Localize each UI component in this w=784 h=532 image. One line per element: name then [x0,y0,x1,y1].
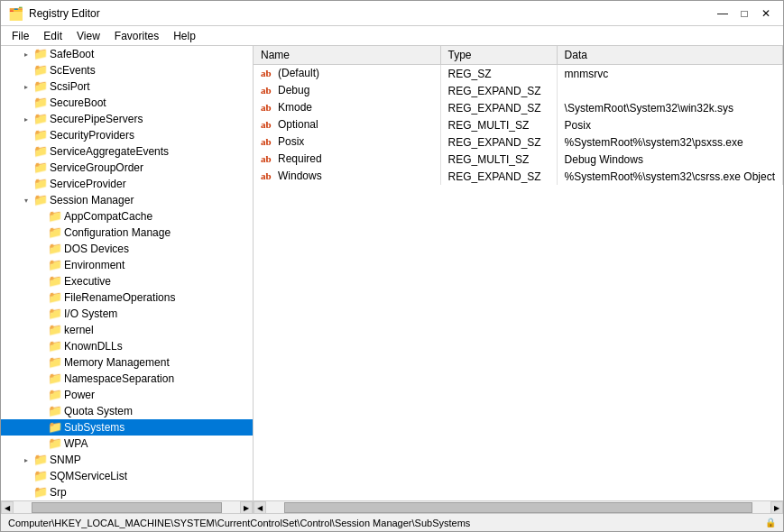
table-row[interactable]: abPosix REG_EXPAND_SZ %SystemRoot%\syste… [254,133,783,151]
tree-label: ServiceAggregateEvents [50,145,169,158]
tree-label: Session Manager [50,194,134,206]
tree-item-ServiceAggregateEvents[interactable]: 📁ServiceAggregateEvents [1,143,253,160]
expand-placeholder [33,307,48,321]
table-row[interactable]: abOptional REG_MULTI_SZ Posix [254,116,783,133]
folder-icon: 📁 [33,178,48,190]
expand-placeholder [33,436,48,451]
tree-label: AppCompatCache [64,210,152,223]
reg-value-icon: ab [261,119,275,132]
tree-hscroll[interactable]: ◀ ▶ [1,501,254,513]
tree-item-SQMServiceList[interactable]: 📁SQMServiceList [1,468,253,484]
tree-label: SafeBoot [50,48,94,60]
cell-data: %SystemRoot%\system32\psxss.exe [557,133,782,151]
hscroll-left-btn[interactable]: ◀ [1,501,14,514]
folder-icon: 📁 [33,470,48,482]
tree-item-QuotaSystem[interactable]: 📁Quota System [1,403,253,419]
tree-panel[interactable]: ▸📁SafeBoot 📁ScEvents▸📁ScsiPort 📁SecureBo… [1,46,254,500]
expand-placeholder [19,96,33,110]
cell-data [557,82,782,99]
tree-item-MemoryManagement[interactable]: 📁Memory Management [1,354,253,371]
detail-panel[interactable]: Name Type Data ab(Default) REG_SZ mnmsrv… [254,46,783,500]
tree-item-Power[interactable]: 📁Power [1,387,253,403]
table-row[interactable]: abKmode REG_EXPAND_SZ \SystemRoot\System… [254,99,783,116]
folder-icon: 📁 [48,437,62,450]
expand-icon[interactable]: ▸ [19,453,33,467]
tree-item-ServiceGroupOrder[interactable]: 📁ServiceGroupOrder [1,160,253,176]
table-row[interactable]: abRequired REG_MULTI_SZ Debug Windows [254,151,783,168]
col-data[interactable]: Data [557,46,782,65]
tree-item-WPA[interactable]: 📁WPA [1,436,253,452]
tree-item-Environment[interactable]: 📁Environment [1,257,253,273]
table-row[interactable]: abDebug REG_EXPAND_SZ [254,82,783,99]
tree-item-NamespaceSeparation[interactable]: 📁NamespaceSeparation [1,371,253,387]
tree-item-SecureBoot[interactable]: 📁SecureBoot [1,95,253,111]
tree-item-SafeBoot[interactable]: ▸📁SafeBoot [1,46,253,62]
minimize-button[interactable]: — [713,5,733,22]
tree-item-SecurePipeServers[interactable]: ▸📁SecurePipeServers [1,111,253,127]
tree-label: NamespaceSeparation [64,372,174,385]
maximize-button[interactable]: □ [734,5,754,22]
expand-placeholder [33,371,48,386]
tree-item-SessionManager[interactable]: ▾📁Session Manager [1,192,253,208]
cell-type: REG_EXPAND_SZ [440,133,557,151]
menu-file[interactable]: File [5,28,36,44]
tree-item-ScEvents[interactable]: 📁ScEvents [1,62,253,78]
tree-item-kernel[interactable]: 📁kernel [1,322,253,338]
detail-hscroll[interactable]: ◀ ▶ [254,501,783,513]
tree-item-SNMP[interactable]: ▸📁SNMP [1,452,253,468]
table-row[interactable]: abWindows REG_EXPAND_SZ %SystemRoot%\sys… [254,168,783,185]
menu-edit[interactable]: Edit [36,28,69,44]
col-type[interactable]: Type [440,46,557,65]
detail-hscroll-left-btn[interactable]: ◀ [254,501,266,514]
detail-hscroll-right-btn[interactable]: ▶ [770,501,783,514]
tree-item-FileRenameOperations[interactable]: 📁FileRenameOperations [1,289,253,306]
tree-label: KnownDLLs [64,340,123,353]
folder-icon: 📁 [48,226,62,239]
tree-item-Executive[interactable]: 📁Executive [1,273,253,289]
expand-placeholder [33,242,48,256]
tree-label: I/O System [64,307,117,320]
tree-item-SubSystems[interactable]: 📁SubSystems [1,419,253,436]
app-icon: 🗂️ [8,6,23,21]
folder-icon: 📁 [48,421,62,434]
tree-item-DOSDevices[interactable]: 📁DOS Devices [1,241,253,257]
expand-placeholder [33,258,48,272]
tree-item-ServiceProvider[interactable]: 📁ServiceProvider [1,176,253,192]
tree-label: Configuration Manage [64,226,171,239]
tree-item-SecurityProviders[interactable]: 📁SecurityProviders [1,127,253,143]
hscroll-right-btn[interactable]: ▶ [240,501,253,514]
expand-placeholder [19,144,33,159]
detail-hscroll-track[interactable] [266,501,770,513]
menu-help[interactable]: Help [166,28,203,44]
detail-hscroll-thumb[interactable] [284,502,752,513]
expand-icon[interactable]: ▾ [19,193,33,207]
menu-favorites[interactable]: Favorites [107,28,166,44]
registry-table: Name Type Data ab(Default) REG_SZ mnmsrv… [254,46,783,185]
col-name[interactable]: Name [254,46,440,65]
folder-icon: 📁 [48,389,62,401]
menu-view[interactable]: View [69,28,107,44]
title-bar-controls: — □ ✕ [713,5,776,22]
reg-value-icon: ab [261,68,275,80]
cell-data: %SystemRoot%\system32\csrss.exe Object [557,168,782,185]
expand-placeholder [19,469,33,483]
hscroll-track[interactable] [14,501,240,513]
expand-icon[interactable]: ▸ [19,112,33,126]
close-button[interactable]: ✕ [756,5,776,22]
cell-name: abWindows [254,168,440,185]
tree-item-Srp[interactable]: 📁Srp [1,484,253,500]
cell-name: abPosix [254,133,440,151]
expand-icon[interactable]: ▸ [19,79,33,94]
horizontal-scrollbar[interactable]: ◀ ▶ ◀ ▶ [1,500,783,513]
folder-icon: 📁 [33,80,48,93]
tree-item-ConfigurationManage[interactable]: 📁Configuration Manage [1,225,253,241]
hscroll-thumb[interactable] [32,502,222,513]
table-row[interactable]: ab(Default) REG_SZ mnmsrvc [254,65,783,83]
tree-item-ScsiPort[interactable]: ▸📁ScsiPort [1,78,253,95]
tree-item-AppCompatCache[interactable]: 📁AppCompatCache [1,208,253,225]
tree-label: kernel [64,324,94,336]
tree-label: SubSystems [64,421,125,434]
tree-item-IOSystem[interactable]: 📁I/O System [1,306,253,322]
tree-item-KnownDLLs[interactable]: 📁KnownDLLs [1,338,253,354]
expand-icon[interactable]: ▸ [19,47,33,61]
